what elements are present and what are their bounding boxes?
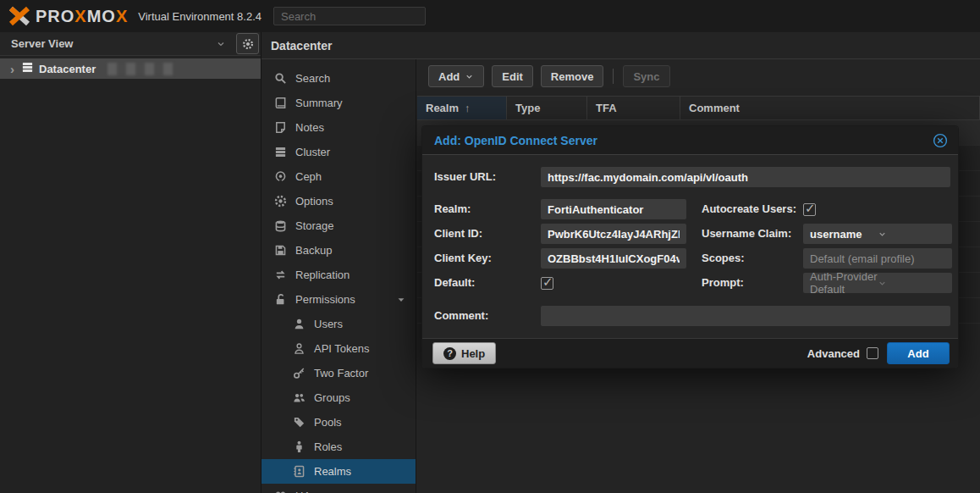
heart-icon: [273, 490, 288, 493]
comment-input[interactable]: [541, 306, 950, 326]
sidebar-item-summary[interactable]: Summary: [262, 91, 416, 115]
tree-item-datacenter[interactable]: › Datacenter: [0, 58, 261, 79]
sync-button[interactable]: Sync: [623, 65, 669, 87]
dialog-title: Add: OpenID Connect Server: [434, 134, 933, 147]
sidebar-item-pools[interactable]: Pools: [262, 410, 416, 435]
note-icon: [273, 121, 288, 134]
view-selector-value: Server View: [11, 37, 216, 50]
prompt-label: Prompt:: [702, 273, 744, 293]
default-label: Default:: [434, 273, 475, 293]
sidebar-item-label: API Tokens: [314, 342, 370, 355]
column-header-comment[interactable]: Comment: [680, 97, 980, 119]
question-icon: ?: [443, 347, 456, 360]
sidebar-item-permissions[interactable]: Permissions: [262, 287, 416, 312]
view-selector[interactable]: Server View: [0, 32, 233, 55]
caret-down-icon[interactable]: [397, 296, 405, 304]
scopes-label: Scopes:: [702, 248, 745, 269]
breadcrumb: Datacenter: [271, 39, 332, 53]
help-button[interactable]: ? Help: [432, 342, 496, 364]
chevron-down-icon: [216, 39, 226, 49]
resource-tree: › Datacenter: [0, 56, 261, 79]
autocreate-users-checkbox[interactable]: [803, 203, 816, 216]
issuer-url-input[interactable]: [541, 167, 950, 187]
toolbar-separator: [613, 69, 614, 84]
sidebar-item-notes[interactable]: Notes: [262, 115, 416, 140]
sidebar-item-label: Roles: [314, 440, 342, 453]
users-icon: [292, 391, 306, 404]
top-header: PROXMOX Virtual Environment 8.2.4: [0, 0, 980, 32]
global-search-input[interactable]: [273, 7, 426, 25]
tree-settings-button[interactable]: [236, 33, 259, 54]
gear-icon: [242, 38, 254, 50]
client-id-input[interactable]: [541, 224, 686, 244]
user-icon: [292, 318, 306, 330]
resource-tree-panel: Server View › Datacenter: [0, 32, 262, 493]
sidebar-item-api-tokens[interactable]: API Tokens: [262, 336, 416, 361]
sidebar-item-users[interactable]: Users: [262, 312, 416, 336]
sidebar-item-label: HA: [295, 490, 311, 493]
floppy-icon: [273, 244, 288, 257]
prompt-select[interactable]: Auth-Provider Default: [803, 273, 952, 293]
advanced-label: Advanced: [807, 347, 860, 360]
client-key-label: Client Key:: [434, 248, 492, 269]
scopes-input[interactable]: [803, 248, 952, 269]
datacenter-menu: SearchSummaryNotesClusterCephOptionsStor…: [262, 59, 416, 493]
column-label: Type: [515, 102, 540, 114]
sidebar-item-roles[interactable]: Roles: [262, 435, 416, 459]
column-label: Realm: [426, 102, 459, 114]
server-icon: [21, 61, 34, 76]
unlock-icon: [273, 293, 288, 306]
sidebar-item-replication[interactable]: Replication: [262, 263, 416, 287]
sidebar-item-label: Users: [314, 318, 343, 330]
username-claim-select[interactable]: username: [803, 224, 952, 244]
user-o-icon: [292, 342, 306, 355]
edit-button[interactable]: Edit: [492, 65, 533, 87]
autocreate-users-label: Autocreate Users:: [702, 199, 796, 219]
server-icon: [273, 146, 288, 158]
view-selector-bar: Server View: [0, 32, 261, 56]
database-icon: [273, 219, 288, 232]
gear-icon: [273, 195, 288, 208]
close-icon[interactable]: [933, 133, 948, 148]
chevron-down-icon: [878, 230, 945, 239]
sidebar-item-label: Permissions: [295, 293, 355, 306]
book-icon: [273, 97, 288, 109]
tags-icon: [292, 416, 306, 429]
column-header-tfa[interactable]: TFA: [587, 97, 680, 119]
sidebar-item-options[interactable]: Options: [262, 189, 416, 213]
sidebar-item-groups[interactable]: Groups: [262, 385, 416, 410]
chevron-down-icon: [878, 279, 945, 288]
sidebar-item-ha[interactable]: HA: [262, 484, 416, 493]
sidebar-item-label: Notes: [295, 121, 324, 134]
key-icon: [292, 367, 306, 379]
sidebar-item-label: Realms: [314, 465, 351, 478]
sidebar-item-cluster[interactable]: Cluster: [262, 140, 416, 164]
sidebar-item-two-factor[interactable]: Two Factor: [262, 361, 416, 385]
issuer-url-label: Issuer URL:: [434, 167, 496, 187]
add-openid-dialog: Add: OpenID Connect Server Issuer URL: R…: [421, 125, 959, 368]
client-id-label: Client ID:: [434, 224, 482, 244]
sidebar-item-backup[interactable]: Backup: [262, 238, 416, 263]
sidebar-item-realms[interactable]: Realms: [262, 459, 416, 484]
sidebar-item-label: Two Factor: [314, 367, 368, 379]
brand-letter: X: [74, 7, 86, 25]
realm-table-header: Realm↑TypeTFAComment: [417, 96, 980, 120]
sidebar-item-storage[interactable]: Storage: [262, 213, 416, 238]
chevron-right-icon[interactable]: ›: [10, 63, 14, 75]
add-button[interactable]: Add: [428, 65, 484, 87]
column-header-type[interactable]: Type: [507, 97, 587, 119]
dialog-add-button[interactable]: Add: [887, 342, 950, 364]
panel-header: Datacenter: [262, 32, 980, 59]
sidebar-item-search[interactable]: Search: [262, 66, 416, 91]
default-checkbox[interactable]: [541, 277, 553, 290]
column-header-realm[interactable]: Realm↑: [417, 97, 507, 119]
sidebar-item-label: Groups: [314, 391, 350, 404]
chevron-down-icon: [465, 72, 474, 81]
remove-button[interactable]: Remove: [541, 65, 604, 87]
advanced-checkbox[interactable]: [867, 347, 878, 359]
version-text: Virtual Environment 8.2.4: [138, 10, 262, 23]
realm-input[interactable]: [541, 199, 686, 219]
client-key-input[interactable]: [541, 248, 686, 269]
column-label: Comment: [689, 102, 740, 114]
sidebar-item-ceph[interactable]: Ceph: [262, 164, 416, 189]
